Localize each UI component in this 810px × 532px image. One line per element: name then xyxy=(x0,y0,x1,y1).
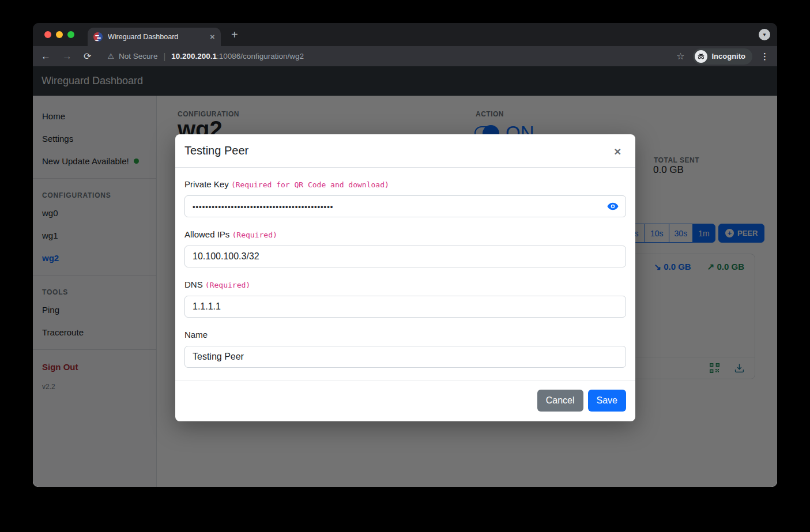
window-close-button[interactable] xyxy=(44,31,51,38)
not-secure-warning-icon: ⚠ xyxy=(107,52,114,61)
dns-input[interactable] xyxy=(184,296,626,318)
back-button[interactable]: ← xyxy=(41,51,51,61)
modal-header: Testing Peer ✕ xyxy=(175,134,635,168)
url-host: 10.200.200.1 xyxy=(171,52,217,61)
page-viewport: Wireguard Dashboard Home Settings New Up… xyxy=(33,66,777,487)
browser-toolbar: ← → ⟳ ⚠ Not Secure | 10.200.200.1 :10086… xyxy=(33,46,777,66)
incognito-icon xyxy=(695,50,707,63)
browser-tab[interactable]: Wireguard Dashboard ✕ xyxy=(88,28,221,46)
wireguard-favicon-icon xyxy=(93,32,103,41)
url-separator: | xyxy=(164,52,166,61)
address-bar[interactable]: ⚠ Not Secure | 10.200.200.1 :10086/confi… xyxy=(107,52,676,61)
toolbar-right: ☆ Incognito ⋮ xyxy=(676,48,769,65)
cancel-button[interactable]: Cancel xyxy=(537,390,583,412)
allowed-ips-group: Allowed IPs (Required) xyxy=(184,229,626,267)
eye-icon xyxy=(607,201,619,212)
forward-button[interactable]: → xyxy=(62,51,72,61)
browser-window: Wireguard Dashboard ✕ + ▼ ← → ⟳ ⚠ Not Se… xyxy=(33,23,777,487)
modal-body: Private Key (Required for QR Code and do… xyxy=(175,168,635,368)
field-label-text: Private Key xyxy=(184,179,229,189)
modal-footer: Cancel Save xyxy=(175,380,635,421)
screen: Wireguard Dashboard ✕ + ▼ ← → ⟳ ⚠ Not Se… xyxy=(0,0,810,532)
modal-title: Testing Peer xyxy=(184,144,248,157)
bookmark-star-icon[interactable]: ☆ xyxy=(676,51,684,62)
incognito-badge: Incognito xyxy=(693,48,753,65)
name-group: Name xyxy=(184,330,626,368)
window-zoom-button[interactable] xyxy=(67,31,74,38)
dns-label: DNS (Required) xyxy=(184,280,626,289)
dns-required-note: (Required) xyxy=(205,281,250,289)
save-button[interactable]: Save xyxy=(588,390,626,412)
browser-menu-button[interactable]: ⋮ xyxy=(760,51,769,62)
new-tab-button[interactable]: + xyxy=(231,28,238,41)
field-label-text: Name xyxy=(184,330,208,339)
toggle-key-visibility-button[interactable] xyxy=(607,201,619,212)
peer-settings-modal: Testing Peer ✕ Private Key (Required for… xyxy=(175,134,635,421)
private-key-wrap xyxy=(184,195,626,217)
private-key-input[interactable] xyxy=(184,195,626,217)
not-secure-label[interactable]: Not Secure xyxy=(119,52,158,61)
reload-button[interactable]: ⟳ xyxy=(84,52,91,61)
url-path: :10086/configuration/wg2 xyxy=(217,52,304,61)
allowed-ips-label: Allowed IPs (Required) xyxy=(184,229,626,239)
field-label-text: DNS xyxy=(184,280,203,289)
name-input[interactable] xyxy=(184,346,626,368)
profile-chevron-button[interactable]: ▼ xyxy=(759,29,770,40)
window-minimize-button[interactable] xyxy=(56,31,63,38)
modal-close-icon[interactable]: ✕ xyxy=(614,146,621,157)
traffic-lights xyxy=(44,31,74,38)
dns-group: DNS (Required) xyxy=(184,280,626,318)
tab-close-icon[interactable]: ✕ xyxy=(210,33,215,41)
private-key-group: Private Key (Required for QR Code and do… xyxy=(184,179,626,217)
field-label-text: Allowed IPs xyxy=(184,229,229,239)
name-label: Name xyxy=(184,330,626,339)
tab-title: Wireguard Dashboard xyxy=(108,33,205,41)
chevron-down-icon: ▼ xyxy=(762,32,767,37)
private-key-label: Private Key (Required for QR Code and do… xyxy=(184,179,626,189)
private-key-required-note: (Required for QR Code and download) xyxy=(231,180,389,189)
allowed-ips-input[interactable] xyxy=(184,246,626,267)
allowed-ips-required-note: (Required) xyxy=(232,231,277,239)
tab-strip: Wireguard Dashboard ✕ + ▼ xyxy=(33,23,777,46)
incognito-label: Incognito xyxy=(712,52,746,61)
